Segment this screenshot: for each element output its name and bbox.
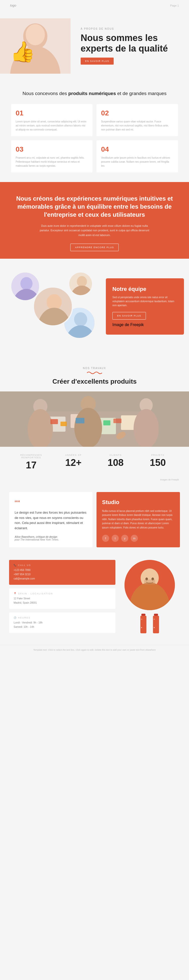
- svg-rect-46: [153, 616, 159, 633]
- team-member-name: Image de Freepik: [112, 323, 178, 327]
- svg-rect-41: [141, 614, 146, 616]
- heures-card: 🕐 HEURES Lundi - Vendredi: 9h - 18hSamed…: [9, 612, 115, 633]
- bottle-2: ●: [151, 614, 160, 637]
- works-image: [0, 391, 189, 447]
- call-us-card: 📞 CALL US +123 456 7890+987 654 3210call…: [9, 560, 115, 585]
- bottle-1: ●: [139, 614, 148, 637]
- studio-social: f t y in: [102, 535, 175, 542]
- red-section-text: Duis aute irure dolor in reprehenderit i…: [37, 223, 152, 238]
- card-text-1: Lorem ipsum dolor sit amet, consectetur …: [16, 120, 88, 132]
- freepik-note: Images de Freepik: [0, 479, 189, 484]
- stat-awards: RÉCOMPENSES REMPORTÉES 17: [10, 454, 53, 471]
- stat-years-num: 12+: [53, 458, 95, 468]
- stat-clients-label: CLIENTS: [94, 454, 137, 456]
- stat-projects-label: PROJETS: [137, 454, 179, 456]
- red-section-btn[interactable]: APPRENDRE ENCORE PLUS: [70, 243, 119, 251]
- hero-label: À PROPOS DE NOUS: [81, 27, 179, 30]
- hero-title: Nous sommes les experts de la qualité: [81, 33, 179, 54]
- svg-point-28: [134, 409, 159, 447]
- svg-rect-29: [50, 419, 58, 424]
- team-title: Notre équipe: [112, 286, 178, 293]
- team-btn[interactable]: EN SAVOIR PLUS: [112, 312, 146, 320]
- wave-decoration: [87, 371, 102, 375]
- quote-studio-section: ““ Le design est l'une des forces les pl…: [0, 484, 189, 555]
- stat-awards-label: RÉCOMPENSES REMPORTÉES: [10, 454, 53, 459]
- svg-point-26: [74, 408, 102, 447]
- studio-title: Studio: [102, 499, 175, 506]
- works-label: NOS TRAVAUX: [0, 367, 189, 369]
- svg-text:●: ●: [141, 626, 142, 629]
- card-num-1: 01: [16, 109, 88, 117]
- team-section: Notre équipe Sed ut perspiciatis unde om…: [0, 259, 189, 357]
- heures-details: Lundi - Vendredi: 9h - 18hSamedi: 10h - …: [14, 620, 111, 629]
- quote-icon: ““: [14, 499, 87, 507]
- phone-icon: 📞: [14, 564, 17, 566]
- svg-rect-40: [144, 579, 155, 584]
- location-icon: 📍: [14, 592, 17, 595]
- twitter-icon[interactable]: t: [112, 535, 119, 542]
- location-details: 12 Fake StreetMadrid, Spain 28001: [14, 597, 111, 605]
- team-circle-center: [33, 286, 73, 326]
- quote-text: Le design est l'une des forces les plus …: [14, 510, 87, 531]
- svg-point-9: [21, 277, 32, 290]
- linkedin-icon[interactable]: in: [131, 535, 138, 542]
- cards-grid: 01 Lorem ipsum dolor sit amet, consectet…: [0, 102, 189, 182]
- call-label: 📞 CALL US: [14, 564, 111, 566]
- svg-rect-43: [141, 619, 143, 620]
- team-text: Sed ut perspiciatis unde omnis iste natu…: [112, 296, 178, 307]
- section1-text: Nous concevons des produits numériques e…: [15, 90, 174, 97]
- hero-section: 👍 À PROPOS DE NOUS Nous sommes les exper…: [0, 11, 189, 81]
- card-text-3: Praesent arcu mi, vulputate at nunc vel,…: [16, 156, 88, 168]
- facebook-icon[interactable]: f: [102, 535, 109, 542]
- section1-heading: Nous concevons des produits numériques e…: [0, 81, 189, 102]
- stat-projects: PROJETS 150: [137, 454, 179, 471]
- contact-person: ● ●: [119, 560, 180, 637]
- card-03: 03 Praesent arcu mi, vulputate at nunc v…: [11, 140, 93, 172]
- svg-rect-47: [154, 619, 155, 620]
- card-text-4: Vestibulum ante ipsum primis in faucibus…: [101, 156, 173, 168]
- studio-box: Studio Nulla cursus id lacus placerat pr…: [96, 492, 180, 547]
- svg-rect-31: [75, 418, 85, 423]
- stat-clients-num: 108: [94, 458, 137, 468]
- hero-content: À PROPOS DE NOUS Nous sommes les experts…: [70, 27, 179, 65]
- call-details: +123 456 7890+987 654 3210call@example.c…: [14, 568, 111, 581]
- card-02: 02 Suspendisse varius quam vitae volutpa…: [96, 104, 178, 136]
- bottles-container: ● ●: [119, 614, 180, 637]
- localisation-card: 📍 SPAIN · LOCALISATION 12 Fake StreetMad…: [9, 588, 115, 609]
- card-num-2: 02: [101, 109, 173, 117]
- stat-awards-num: 17: [10, 460, 53, 470]
- stats-section: RÉCOMPENSES REMPORTÉES 17 ANNÉES XP 12+ …: [0, 447, 189, 479]
- stat-projects-num: 150: [137, 458, 179, 468]
- logo: logo: [10, 3, 16, 7]
- stat-years-label: ANNÉES XP: [53, 454, 95, 456]
- quote-box: ““ Le design est l'une des forces les pl…: [9, 492, 93, 547]
- footer-note: Template text: Click to select the text …: [0, 645, 189, 656]
- card-01: 01 Lorem ipsum dolor sit amet, consectet…: [11, 104, 93, 136]
- page-number: Page 1: [170, 4, 179, 7]
- card-04: 04 Vestibulum ante ipsum primis in fauci…: [96, 140, 178, 172]
- quote-author: Alice Rawsthorn, critique de design pour…: [14, 536, 87, 541]
- red-section: Nous créons des expériences numériques i…: [0, 182, 189, 259]
- red-section-title: Nous créons des expériences numériques i…: [15, 194, 174, 219]
- contact-section: 📞 CALL US +123 456 7890+987 654 3210call…: [0, 555, 189, 645]
- card-num-3: 03: [16, 145, 88, 153]
- svg-rect-45: [154, 614, 158, 616]
- location-label: 📍 SPAIN · LOCALISATION: [14, 592, 111, 595]
- works-section: NOS TRAVAUX Créer d'excellents produits: [0, 357, 189, 447]
- team-circles: [0, 266, 106, 347]
- svg-text:👍: 👍: [10, 40, 35, 64]
- team-info-box: Notre équipe Sed ut perspiciatis unde om…: [106, 278, 184, 335]
- works-title: Créer d'excellents produits: [0, 378, 189, 385]
- svg-rect-42: [140, 616, 146, 633]
- hero-cta-button[interactable]: EN SAVOIR PLUS: [81, 57, 114, 65]
- stat-clients: CLIENTS 108: [94, 454, 137, 471]
- svg-rect-33: [114, 418, 122, 423]
- youtube-icon[interactable]: y: [121, 535, 128, 542]
- contact-circle: [125, 560, 175, 610]
- clock-icon: 🕐: [14, 616, 17, 619]
- studio-text: Nulla cursus id lacus placerat pretium n…: [102, 509, 175, 530]
- heures-label: 🕐 HEURES: [14, 616, 111, 619]
- stat-years: ANNÉES XP 12+: [53, 454, 95, 471]
- svg-point-12: [74, 312, 87, 326]
- team-circle-topright: [68, 271, 93, 296]
